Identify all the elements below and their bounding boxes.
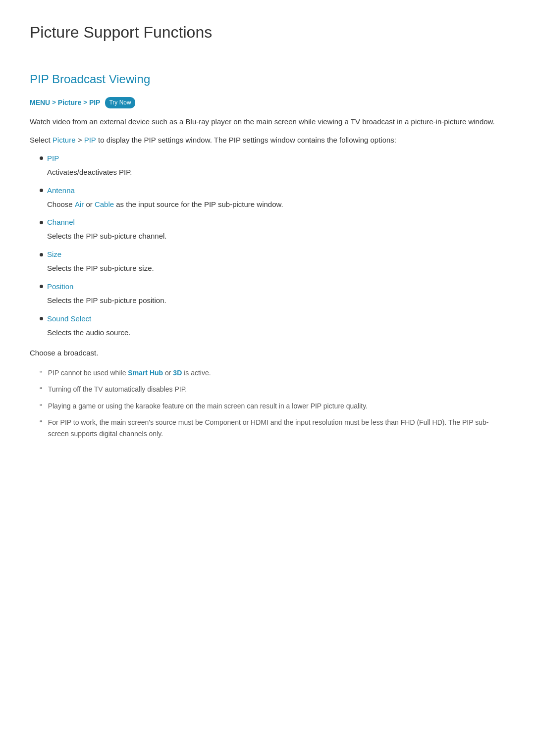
pip-section: PIP Broadcast Viewing MENU > Picture > P…	[30, 70, 505, 440]
note-quote: “	[40, 417, 42, 440]
note-highlight-3d: 3D	[173, 369, 182, 377]
list-item-channel: Channel Selects the PIP sub-picture chan…	[40, 216, 505, 243]
note-mid: or	[163, 369, 173, 377]
bullet-dot	[40, 221, 43, 224]
bullet-label-channel: Channel	[47, 216, 75, 228]
bullet-label-position: Position	[47, 281, 73, 293]
breadcrumb-sep1: >	[52, 98, 56, 108]
note-item-smart-hub: “ PIP cannot be used while Smart Hub or …	[40, 367, 505, 379]
breadcrumb-sep2: >	[83, 98, 87, 108]
note-text-fhd: For PIP to work, the main screen's sourc…	[48, 417, 505, 440]
choose-broadcast-text: Choose a broadcast.	[30, 347, 505, 359]
breadcrumb-picture: Picture	[58, 97, 81, 108]
try-now-badge[interactable]: Try Now	[105, 97, 135, 108]
antenna-desc-prefix: Choose	[47, 200, 75, 208]
bullet-desc-size: Selects the PIP sub-picture size.	[40, 262, 505, 275]
note-quote: “	[40, 368, 42, 379]
bullet-dot	[40, 285, 43, 288]
antenna-desc-mid: or	[84, 200, 95, 208]
bullet-label-size: Size	[47, 249, 61, 260]
antenna-link-cable: Cable	[95, 200, 114, 208]
bullet-desc-position: Selects the PIP sub-picture position.	[40, 295, 505, 307]
intro2-suffix: to display the PIP settings window. The …	[96, 136, 396, 144]
note-item-fhd: “ For PIP to work, the main screen's sou…	[40, 417, 505, 440]
intro2-mid1: >	[76, 136, 84, 144]
note-text-game: Playing a game or using the karaoke feat…	[48, 401, 368, 412]
bullet-dot	[40, 189, 43, 192]
list-item-size: Size Selects the PIP sub-picture size.	[40, 249, 505, 275]
bullet-label-antenna: Antenna	[47, 185, 75, 197]
list-item-position: Position Selects the PIP sub-picture pos…	[40, 281, 505, 307]
breadcrumb-menu: MENU	[30, 97, 50, 108]
bullet-dot	[40, 253, 43, 256]
note-item-turning-off: “ Turning off the TV automatically disab…	[40, 384, 505, 395]
bullet-dot	[40, 317, 43, 320]
note-quote: “	[40, 384, 42, 395]
note-prefix: PIP cannot be used while	[48, 369, 128, 377]
bullet-desc-pip: Activates/deactivates PIP.	[40, 166, 505, 179]
intro-paragraph-1: Watch video from an external device such…	[30, 115, 505, 128]
notes-list: “ PIP cannot be used while Smart Hub or …	[40, 367, 505, 440]
bullet-label-pip: PIP	[47, 152, 59, 164]
note-suffix: is active.	[182, 369, 211, 377]
intro2-link-picture: Picture	[53, 136, 76, 144]
list-item-antenna: Antenna Choose Air or Cable as the input…	[40, 185, 505, 211]
intro2-link-pip: PIP	[84, 136, 96, 144]
bullet-desc-sound-select: Selects the audio source.	[40, 327, 505, 339]
bullet-desc-antenna: Choose Air or Cable as the input source …	[40, 199, 505, 211]
breadcrumb-pip: PIP	[89, 97, 101, 108]
note-quote: “	[40, 401, 42, 412]
note-text-turning-off: Turning off the TV automatically disable…	[48, 384, 187, 395]
antenna-desc-suffix: as the input source for the PIP sub-pict…	[114, 200, 283, 208]
bullet-label-sound-select: Sound Select	[47, 313, 91, 325]
antenna-link-air: Air	[75, 200, 84, 208]
breadcrumb: MENU > Picture > PIP Try Now	[30, 97, 505, 108]
list-item-sound-select: Sound Select Selects the audio source.	[40, 313, 505, 339]
section-title: PIP Broadcast Viewing	[30, 70, 505, 89]
note-highlight-smarthub: Smart Hub	[128, 369, 163, 377]
intro-paragraph-2: Select Picture > PIP to display the PIP …	[30, 134, 505, 147]
pip-options-list: PIP Activates/deactivates PIP. Antenna C…	[40, 152, 505, 339]
note-text-smart-hub: PIP cannot be used while Smart Hub or 3D…	[48, 367, 211, 379]
note-item-game: “ Playing a game or using the karaoke fe…	[40, 401, 505, 412]
list-item-pip: PIP Activates/deactivates PIP.	[40, 152, 505, 179]
intro2-prefix: Select	[30, 136, 53, 144]
bullet-desc-channel: Selects the PIP sub-picture channel.	[40, 230, 505, 243]
bullet-dot	[40, 156, 43, 160]
page-title: Picture Support Functions	[30, 20, 505, 50]
